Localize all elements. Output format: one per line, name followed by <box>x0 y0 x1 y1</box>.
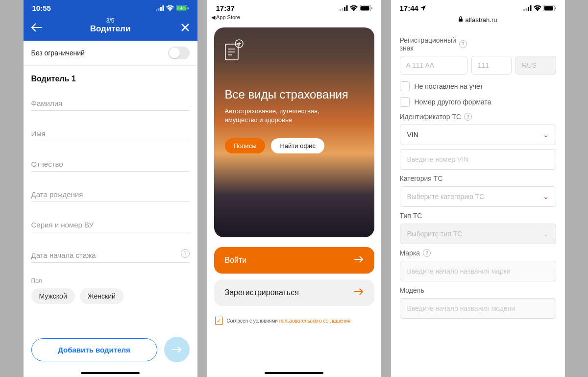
chevron-down-icon: ⌄ <box>543 193 549 201</box>
category-label: Категория ТС <box>400 175 556 182</box>
home-indicator[interactable] <box>81 372 140 374</box>
svg-rect-17 <box>525 8 527 11</box>
hero-buttons: Полисы Найти офис <box>225 138 364 153</box>
svg-rect-21 <box>544 6 553 10</box>
close-icon[interactable] <box>181 23 190 34</box>
svg-rect-23 <box>459 19 463 22</box>
driver-heading: Водитель 1 <box>31 75 190 83</box>
help-icon[interactable]: ? <box>181 249 190 258</box>
register-label: Зарегистрироваться <box>225 288 299 297</box>
hero-card: Все виды страхования Автострахование, пу… <box>214 27 374 237</box>
other-format-label: Номер другого формата <box>415 98 491 106</box>
gender-label: Пол <box>31 277 190 284</box>
type-label: Тип ТС <box>400 212 556 220</box>
svg-rect-10 <box>346 5 347 11</box>
find-office-button[interactable]: Найти офис <box>271 138 324 153</box>
consent-link[interactable]: пользовательского соглашения <box>279 318 351 324</box>
svg-rect-3 <box>162 5 164 11</box>
status-bar: 10:55 <box>24 0 197 14</box>
status-indicators <box>156 5 189 11</box>
brand-label: Марка ? <box>400 249 556 257</box>
wifi-icon <box>166 5 174 11</box>
login-button[interactable]: Войти <box>214 247 374 274</box>
name-input[interactable]: Имя <box>31 126 190 141</box>
other-format-checkbox[interactable] <box>400 97 410 107</box>
cellular-icon <box>156 5 164 11</box>
plate-inputs: A 111 AA 111 RUS <box>400 56 556 75</box>
experience-start-input[interactable]: Дата начала стажа? <box>31 247 190 263</box>
cellular-icon <box>523 5 532 11</box>
plate-letters-input[interactable]: A 111 AA <box>400 56 468 75</box>
back-to-appstore[interactable]: ◀ App Store <box>207 14 381 22</box>
consent-checkbox[interactable]: ✓ <box>215 317 223 325</box>
not-registered-row: Не поставлен на учет <box>400 81 556 91</box>
gender-male-chip[interactable]: Мужской <box>31 288 75 304</box>
form-header: 3/5 Водители <box>24 14 197 41</box>
policies-button[interactable]: Полисы <box>225 138 266 153</box>
svg-rect-0 <box>156 9 157 11</box>
type-select: Выберите тип ТС ⌄ <box>400 224 556 244</box>
chevron-down-icon: ⌄ <box>543 131 549 139</box>
svg-rect-7 <box>340 9 341 11</box>
url-text: alfastrah.ru <box>465 16 497 24</box>
battery-charging-icon <box>176 5 189 11</box>
svg-rect-8 <box>342 8 343 11</box>
help-icon[interactable]: ? <box>459 40 467 48</box>
step-indicator: 3/5 <box>31 17 190 24</box>
arrow-right-icon <box>354 256 364 265</box>
plate-region-input[interactable]: 111 <box>471 56 512 75</box>
patronymic-input[interactable]: Отчество <box>31 156 190 172</box>
unlimited-toggle-row: Без ограничений <box>24 41 197 66</box>
status-indicators <box>340 5 372 11</box>
login-label: Войти <box>225 256 247 265</box>
other-format-row: Номер другого формата <box>400 97 556 107</box>
gender-female-chip[interactable]: Женский <box>80 288 123 304</box>
auth-actions: Войти Зарегистрироваться <box>207 237 381 316</box>
help-icon[interactable]: ? <box>423 249 431 257</box>
svg-rect-12 <box>360 6 369 10</box>
status-time: 10:55 <box>32 4 51 12</box>
birthdate-input[interactable]: Дата рождения <box>31 186 190 202</box>
consent-text: Согласен с условиями пользовательского с… <box>227 318 351 324</box>
id-type-select[interactable]: VIN ⌄ <box>400 125 556 145</box>
screen-drivers-form: 10:55 3/5 Водители Без ограничений Водит… <box>24 0 197 377</box>
back-arrow-icon[interactable] <box>31 23 42 34</box>
model-input[interactable]: Введите начало названия модели <box>400 298 556 319</box>
status-time: 17:37 <box>216 4 235 12</box>
plate-country: RUS <box>515 56 556 75</box>
svg-rect-16 <box>523 9 525 11</box>
vin-input[interactable]: Введите номер VIN <box>400 149 556 170</box>
wifi-icon <box>534 5 541 11</box>
register-button[interactable]: Зарегистрироваться <box>214 279 374 306</box>
cellular-icon <box>340 5 348 11</box>
svg-rect-6 <box>188 7 189 9</box>
browser-url-bar[interactable]: alfastrah.ru <box>391 14 565 27</box>
lock-icon <box>458 16 463 24</box>
surname-input[interactable]: Фамилия <box>31 95 190 111</box>
svg-rect-1 <box>158 8 159 11</box>
driver-form: Водитель 1 Фамилия Имя Отчество Дата рож… <box>24 66 197 329</box>
page-title: Водители <box>31 24 190 34</box>
help-icon[interactable]: ? <box>464 113 472 121</box>
consent-row: ✓ Согласен с условиями пользовательского… <box>207 316 381 326</box>
brand-input[interactable]: Введите начало названия марки <box>400 261 556 281</box>
svg-rect-13 <box>371 7 372 9</box>
document-plus-icon <box>225 39 244 58</box>
add-driver-button[interactable]: Добавить водителя <box>31 338 157 361</box>
status-indicators <box>523 5 556 11</box>
category-select[interactable]: Выберите категорию ТС ⌄ <box>400 186 556 207</box>
vehicle-id-label: Идентификатор ТС ? <box>400 113 556 121</box>
home-indicator[interactable] <box>265 372 323 374</box>
vehicle-form: Регистрационныйзнак ? A 111 AA 111 RUS Н… <box>391 27 565 377</box>
next-button[interactable] <box>164 337 190 362</box>
license-input[interactable]: Серия и номер ВУ <box>31 217 190 232</box>
unlimited-toggle[interactable] <box>168 47 190 59</box>
form-footer: Добавить водителя <box>24 329 197 370</box>
not-registered-label: Не поставлен на учет <box>415 82 483 90</box>
model-label: Модель <box>400 286 556 294</box>
gender-chips: Мужской Женский <box>31 288 190 304</box>
reg-plate-label: Регистрационныйзнак ? <box>400 36 556 52</box>
not-registered-checkbox[interactable] <box>400 81 410 91</box>
svg-rect-22 <box>555 7 556 9</box>
unlimited-label: Без ограничений <box>31 49 85 57</box>
